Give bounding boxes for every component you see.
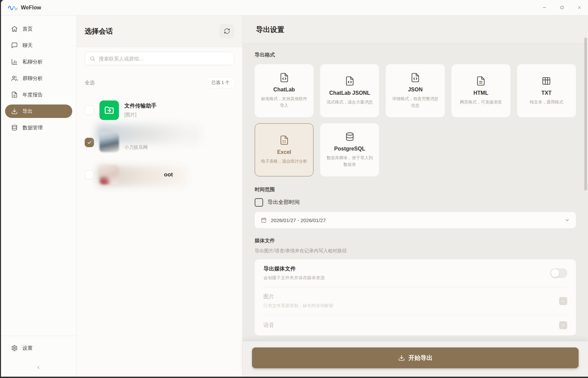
all-time-row: 导出全部时间 (255, 198, 576, 207)
export-panel-title: 导出设置 (256, 25, 284, 34)
sidebar: 首页 聊天 私聊分析 群聊分析 年度报告 导出 (1, 15, 77, 377)
calendar-icon (261, 217, 267, 223)
select-all-row: 全选 已选 1 个 (85, 77, 234, 88)
format-name: JSON (408, 87, 423, 93)
format-card-postgresql[interactable]: PostgreSQL 数据库脚本，便于导入到数据库 (320, 123, 379, 176)
search-box (85, 52, 234, 65)
format-desc: 纯文本，通用格式 (528, 99, 565, 106)
format-card-chatlab[interactable]: ChatLab 标准格式，支持其他软件导入 (255, 64, 313, 117)
format-card-excel[interactable]: Excel 电子表格，适合统计分析 (255, 123, 313, 176)
format-name: ChatLab JSONL (329, 90, 370, 96)
media-row-text: 图片 已有文件直接复制，缺失时尝试解密 (263, 293, 333, 309)
search-input[interactable] (99, 56, 229, 61)
conversation-checkbox[interactable] (85, 170, 94, 179)
close-button[interactable] (571, 0, 588, 15)
media-row-images: 图片 已有文件直接复制，缺失时尝试解密 (263, 287, 567, 315)
scrollbar-thumb[interactable] (584, 38, 587, 191)
format-desc: 数据库脚本，便于导入到数据库 (324, 155, 375, 168)
conversation-name: oot (124, 171, 234, 178)
toggle-knob (551, 269, 559, 277)
date-range-picker[interactable]: 2026/01/27 - 2026/01/27 (255, 212, 576, 228)
format-card-html[interactable]: HTML 网页格式，可直接浏览 (452, 64, 510, 117)
refresh-icon (224, 28, 230, 34)
media-section-hint: 导出图片/语音/表情并在记录内写入相对路径 (255, 248, 576, 254)
conversation-row-blurred-2[interactable]: oot (85, 159, 234, 191)
sidebar-item-label: 私聊分析 (23, 59, 43, 65)
format-section-label: 导出格式 (255, 52, 576, 58)
format-grid-row2: Excel 电子表格，适合统计分析 PostgreSQL 数据库脚本，便于导入到… (255, 123, 576, 176)
sidebar-item-annual-report[interactable]: 年度报告 (5, 88, 72, 101)
format-desc: 网页格式，可直接浏览 (458, 99, 504, 106)
voice-checkbox-disabled (559, 321, 567, 329)
time-section-label: 时间范围 (255, 186, 576, 193)
weflow-window: WeFlow 首页 聊天 私聊分析 (1, 0, 588, 377)
sidebar-item-export[interactable]: 导出 (5, 104, 72, 118)
check-icon (87, 140, 92, 145)
sidebar-item-chat[interactable]: 聊天 (5, 39, 72, 52)
format-desc: 详细格式，包含完整消息信息 (389, 96, 441, 109)
main-layout: 首页 聊天 私聊分析 群聊分析 年度报告 导出 (1, 15, 588, 377)
close-icon (577, 5, 582, 10)
file-transfer-avatar-icon (99, 100, 119, 120)
refresh-button[interactable] (219, 24, 234, 39)
media-row-export-media: 导出媒体文件 会创建子文件夹并保存媒体资源 (263, 259, 567, 287)
session-panel-title: 选择会话 (85, 27, 113, 36)
session-panel: 选择会话 全选 已选 1 个 (77, 15, 243, 377)
conversation-row-file-transfer[interactable]: 文件传输助手 [图片] (85, 94, 234, 126)
sidebar-collapse-button[interactable] (34, 363, 44, 372)
sidebar-item-label: 设置 (23, 345, 33, 351)
chart-icon (11, 58, 18, 65)
format-name: ChatLab (274, 87, 295, 93)
check-icon (561, 299, 565, 303)
format-desc: 标准格式，支持其他软件导入 (258, 96, 310, 109)
media-section-label: 媒体文件 (255, 238, 576, 244)
start-export-button[interactable]: 开始导出 (252, 347, 579, 368)
media-row-desc: 已有文件直接复制，缺失时尝试解密 (263, 303, 333, 309)
format-card-txt[interactable]: TXT 纯文本，通用格式 (517, 64, 576, 117)
file-code-icon (345, 76, 355, 86)
maximize-icon (559, 5, 564, 10)
sidebar-item-home[interactable]: 首页 (5, 22, 72, 36)
minimize-button[interactable] (536, 0, 553, 15)
sidebar-item-settings[interactable]: 设置 (5, 341, 72, 355)
sidebar-item-private-analysis[interactable]: 私聊分析 (5, 55, 72, 69)
conversation-list: 文件传输助手 [图片] 小刀娱乐网 (85, 94, 234, 191)
media-row-text: 导出媒体文件 会创建子文件夹并保存媒体资源 (263, 265, 325, 281)
blurred-avatar (99, 133, 119, 152)
file-code-icon (279, 73, 289, 83)
sidebar-item-label: 数据管理 (23, 125, 43, 131)
conversation-checkbox[interactable] (85, 106, 94, 115)
blurred-avatar (99, 165, 119, 184)
format-name: HTML (473, 90, 488, 96)
media-row-text: 语音 (263, 322, 274, 329)
all-time-checkbox[interactable] (255, 198, 263, 207)
download-icon (11, 108, 18, 115)
weflow-logo-icon (8, 4, 18, 11)
folder-arrow-icon (104, 105, 115, 116)
media-row-title: 图片 (263, 293, 333, 300)
export-content: 导出格式 ChatLab 标准格式，支持其他软件导入 ChatLab JSONL… (243, 44, 588, 341)
date-range-value: 2026/01/27 - 2026/01/27 (271, 217, 326, 223)
users-icon (11, 75, 18, 82)
format-name: TXT (541, 90, 551, 96)
conversation-text: 小刀娱乐网 (124, 134, 234, 151)
gear-icon (11, 345, 18, 351)
conversation-text: oot (124, 171, 234, 178)
home-icon (11, 26, 18, 32)
maximize-button[interactable] (553, 0, 571, 15)
media-row-title: 语音 (263, 322, 274, 329)
format-card-chatlab-jsonl[interactable]: ChatLab JSONL 流式格式，适合大量消息 (320, 64, 379, 117)
sidebar-item-group-analysis[interactable]: 群聊分析 (5, 72, 72, 85)
format-name: Excel (277, 149, 291, 155)
start-export-label: 开始导出 (409, 354, 433, 362)
format-card-json[interactable]: JSON 详细格式，包含完整消息信息 (386, 64, 445, 117)
chevron-down-icon (564, 217, 570, 223)
conversation-checkbox[interactable] (85, 138, 94, 147)
sidebar-item-data-management[interactable]: 数据管理 (5, 121, 72, 134)
file-code-icon (410, 73, 420, 83)
screen: WeFlow 首页 聊天 私聊分析 (0, 0, 588, 378)
export-media-toggle[interactable] (550, 268, 567, 278)
download-icon (398, 354, 405, 361)
conversation-row-blurred-1[interactable]: 小刀娱乐网 (85, 126, 234, 159)
select-all-button[interactable]: 全选 (85, 80, 95, 86)
